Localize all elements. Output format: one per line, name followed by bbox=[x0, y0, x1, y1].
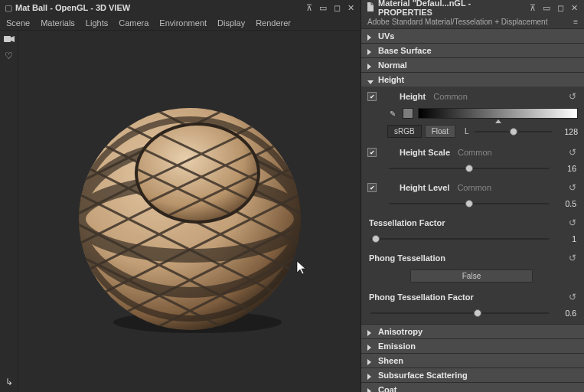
slider-thumb[interactable] bbox=[474, 309, 481, 317]
left-titlebar: ▢ Mat Ball - OpenGL - 3D VIEW ⊼ ▭ ◻ ✕ bbox=[0, 0, 361, 15]
axis-icon[interactable]: ↳ bbox=[5, 377, 13, 387]
panel-icon: ▢ bbox=[5, 3, 12, 13]
menu-lights[interactable]: Lights bbox=[86, 18, 108, 28]
right-title: Material "Defaul...nGL - PROPERTIES bbox=[378, 0, 527, 17]
menu-display[interactable]: Display bbox=[217, 18, 245, 28]
phong-tess-label: Phong Tessellation bbox=[369, 253, 445, 263]
camera-icon[interactable] bbox=[4, 35, 15, 44]
tess-factor-slider[interactable] bbox=[369, 238, 549, 240]
L-value[interactable]: 128 bbox=[556, 127, 578, 136]
height-scale-label: Height Scale bbox=[400, 148, 450, 157]
slider-thumb[interactable] bbox=[465, 200, 473, 207]
luminance-gradient[interactable] bbox=[418, 108, 578, 119]
section-sheen[interactable]: Sheen bbox=[361, 354, 584, 368]
revert-icon[interactable]: ↺ bbox=[567, 91, 578, 102]
pin-icon[interactable]: ⊼ bbox=[527, 2, 538, 13]
properties-panel: Material "Defaul...nGL - PROPERTIES ⊼ ▭ … bbox=[361, 0, 584, 392]
revert-icon[interactable]: ↺ bbox=[567, 182, 578, 193]
pin-icon[interactable]: ⊼ bbox=[304, 2, 315, 13]
close-icon[interactable]: ✕ bbox=[345, 2, 356, 13]
section-emission[interactable]: Emission bbox=[361, 339, 584, 353]
tess-factor-label: Tessellation Factor bbox=[369, 218, 445, 227]
doc-icon bbox=[366, 2, 375, 13]
phong-tess-factor-slider[interactable] bbox=[369, 312, 549, 314]
revert-icon[interactable]: ↺ bbox=[567, 292, 578, 302]
L-slider[interactable] bbox=[473, 131, 552, 132]
revert-icon[interactable]: ↺ bbox=[567, 253, 578, 263]
height-level-checkbox[interactable] bbox=[367, 183, 377, 192]
menu-renderer[interactable]: Renderer bbox=[256, 18, 291, 28]
breadcrumb-text: Adobe Standard Material/Tesselation + Di… bbox=[367, 18, 547, 26]
height-level-value[interactable]: 0.5 bbox=[555, 199, 576, 208]
slider-thumb[interactable] bbox=[465, 165, 473, 172]
3d-viewport[interactable] bbox=[18, 31, 361, 392]
height-scale-slider[interactable] bbox=[387, 168, 549, 169]
L-label: L bbox=[465, 127, 469, 136]
max-icon[interactable]: ◻ bbox=[555, 2, 566, 13]
revert-icon[interactable]: ↺ bbox=[567, 147, 578, 158]
height-common: Common bbox=[433, 92, 468, 101]
max-icon[interactable]: ◻ bbox=[331, 2, 342, 13]
chevron-right-icon bbox=[367, 62, 374, 68]
left-gutter: ♡ ↳ bbox=[0, 31, 18, 392]
svg-marker-1 bbox=[11, 36, 15, 42]
right-titlebar: Material "Defaul...nGL - PROPERTIES ⊼ ▭ … bbox=[361, 0, 584, 15]
section-subsurface-scattering[interactable]: Subsurface Scattering bbox=[361, 368, 584, 382]
section-coat[interactable]: Coat bbox=[361, 383, 584, 392]
tess-factor-value[interactable]: 1 bbox=[555, 234, 576, 243]
height-scale-checkbox[interactable] bbox=[367, 148, 377, 157]
chevron-down-icon bbox=[367, 77, 374, 83]
chevron-right-icon bbox=[367, 343, 374, 349]
L-slider-thumb[interactable] bbox=[510, 128, 517, 136]
chevron-right-icon bbox=[367, 358, 374, 364]
phong-tess-factor-label: Phong Tessellation Factor bbox=[369, 292, 474, 302]
menu-environment[interactable]: Environment bbox=[159, 18, 207, 28]
eyedropper-icon[interactable]: ✎ bbox=[387, 108, 398, 119]
section-uvs[interactable]: UVs bbox=[361, 29, 584, 43]
height-scale-value[interactable]: 16 bbox=[555, 164, 576, 173]
slider-thumb[interactable] bbox=[372, 235, 380, 243]
revert-icon[interactable]: ↺ bbox=[567, 217, 578, 228]
menu-scene[interactable]: Scene bbox=[6, 18, 30, 28]
matball-preview bbox=[67, 89, 312, 334]
mode-srgb-button[interactable]: sRGB bbox=[387, 125, 422, 138]
menu-materials[interactable]: Materials bbox=[41, 18, 75, 28]
height-level-label: Height Level bbox=[400, 183, 449, 192]
height-checkbox[interactable] bbox=[367, 92, 377, 101]
height-level-slider[interactable] bbox=[387, 203, 549, 204]
phong-tess-factor-value[interactable]: 0.6 bbox=[555, 309, 576, 318]
chevron-right-icon bbox=[367, 33, 374, 39]
height-label: Height bbox=[400, 92, 426, 101]
left-title: Mat Ball - OpenGL - 3D VIEW bbox=[15, 3, 130, 12]
section-height[interactable]: Height bbox=[361, 73, 584, 87]
viewport-panel: ▢ Mat Ball - OpenGL - 3D VIEW ⊼ ▭ ◻ ✕ Sc… bbox=[0, 0, 361, 392]
section-base-surface[interactable]: Base Surface bbox=[361, 44, 584, 57]
chevron-right-icon bbox=[367, 328, 374, 335]
lightbulb-icon[interactable]: ♡ bbox=[5, 51, 13, 61]
chevron-right-icon bbox=[367, 372, 374, 378]
panel-menu-icon[interactable]: ≡ bbox=[573, 18, 578, 26]
property-breadcrumb: Adobe Standard Material/Tesselation + Di… bbox=[361, 15, 584, 29]
section-normal[interactable]: Normal bbox=[361, 58, 584, 72]
min-icon[interactable]: ▭ bbox=[318, 2, 328, 13]
left-menubar: Scene Materials Lights Camera Environmen… bbox=[0, 15, 361, 31]
svg-marker-32 bbox=[297, 261, 305, 274]
mode-float-button[interactable]: Float bbox=[425, 125, 455, 138]
section-anisotropy[interactable]: Anisotropy bbox=[361, 325, 584, 338]
svg-rect-0 bbox=[4, 36, 11, 42]
close-icon[interactable]: ✕ bbox=[569, 2, 579, 13]
min-icon[interactable]: ▭ bbox=[541, 2, 552, 13]
color-swatch[interactable] bbox=[403, 108, 413, 119]
chevron-right-icon bbox=[367, 47, 374, 54]
chevron-right-icon bbox=[367, 387, 374, 392]
gradient-handle[interactable] bbox=[495, 119, 501, 123]
phong-tess-toggle[interactable]: False bbox=[410, 270, 533, 283]
menu-camera[interactable]: Camera bbox=[119, 18, 148, 28]
